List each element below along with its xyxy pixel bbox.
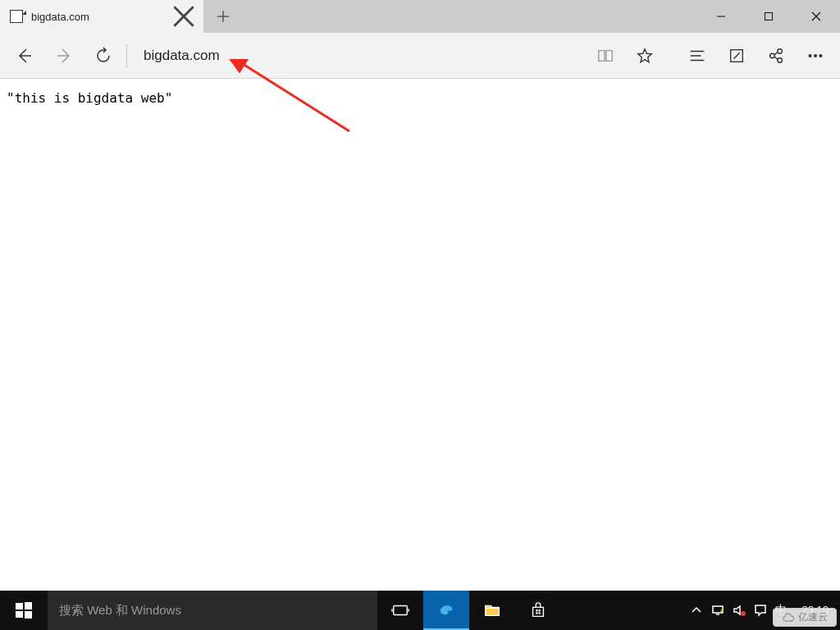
svg-rect-0 [765, 13, 773, 21]
tray-volume[interactable] [733, 604, 746, 617]
page-content: "this is bigdata web" [0, 79, 840, 117]
browser-tab[interactable]: bigdata.com [0, 0, 203, 33]
svg-rect-16 [538, 609, 540, 611]
back-button[interactable] [5, 36, 44, 75]
maximize-icon [764, 11, 774, 21]
address-text: bigdata.com [144, 48, 220, 64]
svg-point-7 [819, 54, 822, 57]
tab-strip: bigdata.com [0, 0, 840, 33]
folder-icon [483, 601, 501, 619]
page-icon [10, 10, 23, 23]
page-body-text: "this is bigdata web" [7, 90, 172, 106]
forward-icon [54, 46, 74, 66]
webnote-button[interactable] [717, 36, 756, 75]
minimize-button[interactable] [697, 0, 745, 33]
maximize-button[interactable] [745, 0, 792, 33]
svg-rect-12 [16, 611, 23, 618]
share-icon [767, 47, 785, 65]
svg-point-5 [809, 54, 811, 57]
tab-close-button[interactable] [172, 5, 195, 28]
svg-rect-13 [25, 611, 32, 619]
window-controls [697, 0, 840, 33]
svg-rect-17 [536, 612, 537, 614]
task-view-button[interactable] [377, 591, 423, 630]
tab-row-spacer [243, 0, 697, 33]
hub-button[interactable] [678, 36, 717, 75]
svg-rect-10 [16, 603, 23, 609]
reading-view-button[interactable] [586, 36, 625, 75]
taskbar-store[interactable] [515, 591, 561, 630]
network-icon [711, 604, 724, 617]
address-bar[interactable]: bigdata.com [134, 39, 586, 72]
start-button[interactable] [0, 591, 48, 630]
svg-rect-14 [394, 606, 408, 615]
svg-point-4 [778, 57, 783, 62]
hub-icon [688, 47, 706, 65]
tray-chevron[interactable] [690, 604, 703, 617]
tray-network[interactable] [711, 604, 724, 617]
watermark-text: 亿速云 [798, 610, 828, 624]
svg-point-2 [770, 53, 775, 58]
search-placeholder: 搜索 Web 和 Windows [59, 603, 181, 619]
windows-icon [16, 602, 32, 619]
cloud-icon [782, 611, 795, 624]
svg-rect-11 [25, 602, 32, 609]
svg-rect-15 [536, 609, 537, 611]
toolbar-separator [126, 44, 127, 67]
more-icon [806, 47, 824, 65]
note-icon [728, 47, 746, 65]
svg-rect-18 [538, 612, 540, 614]
star-icon [636, 47, 654, 65]
volume-icon [733, 604, 746, 617]
back-icon [15, 46, 34, 66]
close-icon [172, 5, 195, 28]
new-tab-button[interactable] [203, 0, 243, 33]
book-icon [596, 47, 614, 65]
close-icon [811, 11, 821, 21]
taskbar-explorer[interactable] [469, 591, 515, 630]
chevron-up-icon [690, 604, 703, 617]
forward-button[interactable] [44, 36, 84, 75]
minimize-icon [716, 11, 726, 21]
edge-icon [437, 600, 455, 619]
window-close-button[interactable] [792, 0, 840, 33]
svg-point-3 [778, 48, 783, 53]
taskbar-edge[interactable] [423, 591, 469, 630]
share-button[interactable] [756, 36, 796, 75]
favorite-button[interactable] [625, 36, 664, 75]
cortana-search[interactable]: 搜索 Web 和 Windows [48, 591, 377, 630]
more-button[interactable] [796, 36, 835, 75]
tray-action-center[interactable] [754, 604, 767, 617]
taskview-icon [391, 601, 409, 619]
svg-point-21 [741, 611, 746, 616]
taskbar: 搜索 Web 和 Windows 中 23:10 [0, 591, 840, 630]
notification-icon [754, 604, 767, 617]
plus-icon [217, 10, 230, 23]
refresh-icon [94, 46, 113, 66]
store-icon [529, 601, 547, 619]
watermark: 亿速云 [773, 608, 837, 627]
toolbar: bigdata.com [0, 33, 840, 79]
svg-point-6 [815, 54, 817, 57]
refresh-button[interactable] [84, 36, 123, 75]
tab-title: bigdata.com [31, 11, 164, 23]
